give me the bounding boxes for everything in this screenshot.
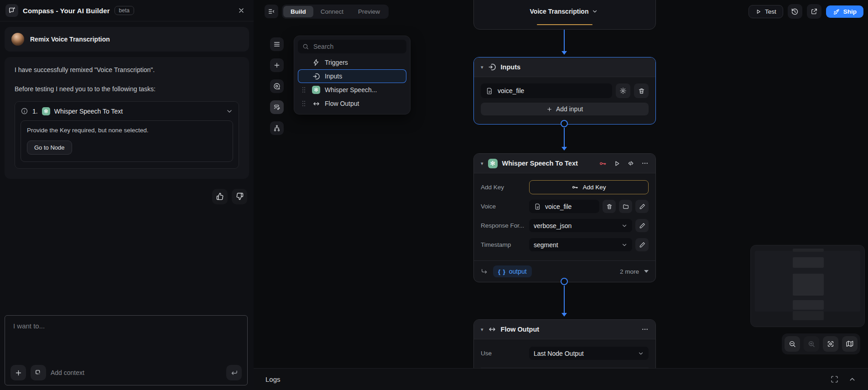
zoom-out-button[interactable] bbox=[785, 336, 800, 352]
test-button[interactable]: Test bbox=[748, 5, 783, 18]
send-button[interactable] bbox=[226, 365, 242, 380]
flow-output-header-actions bbox=[641, 326, 649, 333]
add-attachment-button[interactable] bbox=[10, 365, 26, 380]
whisper-node[interactable]: ▾ ✻ Whisper Speech To Text bbox=[473, 153, 656, 282]
folder-icon bbox=[623, 203, 629, 210]
inputs-node[interactable]: ▾ Inputs voice_file bbox=[473, 57, 656, 125]
more-options-icon[interactable] bbox=[641, 326, 649, 333]
whisper-node-header[interactable]: ▾ ✻ Whisper Speech To Text bbox=[474, 154, 655, 173]
pencil-icon bbox=[639, 242, 645, 248]
file-icon bbox=[535, 203, 541, 210]
fit-view-button[interactable] bbox=[823, 336, 838, 352]
expand-outputs-caret-icon[interactable] bbox=[644, 270, 649, 273]
tab-connect[interactable]: Connect bbox=[313, 6, 351, 17]
comments-button[interactable] bbox=[270, 79, 284, 93]
run-node-icon[interactable] bbox=[613, 160, 620, 167]
openai-icon: ✻ bbox=[42, 107, 50, 115]
logs-actions bbox=[831, 375, 856, 383]
task-header[interactable]: 1. ✻ Whisper Speech To Text bbox=[21, 107, 233, 115]
logs-bar[interactable]: Logs bbox=[254, 368, 868, 390]
tab-preview[interactable]: Preview bbox=[351, 6, 387, 17]
lightning-icon bbox=[311, 59, 321, 66]
flow-canvas[interactable]: ▾ Inputs voice_file bbox=[254, 0, 868, 369]
tree-view-button[interactable] bbox=[270, 121, 284, 135]
key-icon bbox=[572, 184, 578, 191]
code-view-icon[interactable] bbox=[627, 160, 634, 167]
inputs-node-header[interactable]: ▾ Inputs bbox=[474, 57, 655, 77]
voice-value-pill[interactable]: voice_file bbox=[529, 200, 599, 213]
menu-button[interactable] bbox=[270, 37, 284, 51]
node-list-button[interactable] bbox=[270, 100, 284, 114]
input-settings-button[interactable] bbox=[616, 83, 630, 98]
minimap[interactable] bbox=[750, 245, 865, 327]
timestamp-edit-button[interactable] bbox=[635, 238, 649, 251]
collapse-caret-icon[interactable]: ▾ bbox=[481, 65, 483, 70]
chevron-down-icon[interactable] bbox=[226, 108, 233, 115]
drag-handle-icon[interactable] bbox=[300, 86, 307, 94]
chevron-down-icon bbox=[592, 8, 598, 15]
whisper-node-output-port[interactable] bbox=[561, 278, 568, 285]
palette-item-triggers[interactable]: Triggers bbox=[298, 56, 406, 69]
collapse-panel-button[interactable] bbox=[265, 5, 278, 18]
hamburger-icon bbox=[273, 41, 281, 48]
tab-build[interactable]: Build bbox=[283, 6, 313, 17]
palette-item-flow-output[interactable]: Flow Output bbox=[298, 97, 406, 110]
flow-output-node[interactable]: ▾ Flow Output Use Last Node Output bbox=[473, 319, 656, 369]
close-panel-button[interactable] bbox=[234, 4, 248, 17]
more-options-icon[interactable] bbox=[641, 160, 649, 167]
thread-title: Remix Voice Transcription bbox=[30, 36, 110, 43]
missing-key-icon[interactable] bbox=[599, 160, 607, 167]
zoom-in-button[interactable] bbox=[804, 336, 819, 352]
go-to-node-button[interactable]: Go to Node bbox=[27, 140, 72, 155]
flow-output-node-header[interactable]: ▾ Flow Output bbox=[474, 320, 655, 339]
timestamp-row: Timestamp segment bbox=[481, 238, 649, 252]
timestamp-value: segment bbox=[534, 241, 621, 249]
response-format-dropdown[interactable]: verbose_json bbox=[529, 219, 632, 232]
use-dropdown[interactable]: Last Node Output bbox=[529, 347, 649, 360]
inputs-node-output-port[interactable] bbox=[561, 120, 568, 127]
add-input-button[interactable]: Add input bbox=[481, 103, 649, 115]
add-key-button[interactable]: Add Key bbox=[529, 180, 649, 194]
thumbs-down-button[interactable] bbox=[232, 189, 247, 204]
collapse-caret-icon[interactable]: ▾ bbox=[481, 161, 483, 166]
input-delete-button[interactable] bbox=[634, 83, 649, 98]
voice-edit-button[interactable] bbox=[635, 200, 649, 213]
palette-item-label: Inputs bbox=[325, 73, 342, 80]
thumbs-up-button[interactable] bbox=[212, 189, 228, 204]
drag-handle-icon[interactable] bbox=[300, 100, 307, 107]
toggle-minimap-button[interactable] bbox=[842, 336, 858, 352]
chat-composer: Add context bbox=[5, 315, 248, 385]
add-context-label[interactable]: Add context bbox=[51, 369, 84, 376]
timestamp-dropdown[interactable]: segment bbox=[529, 238, 632, 251]
expand-logs-button[interactable] bbox=[831, 375, 838, 383]
plus-icon bbox=[15, 369, 22, 377]
palette-item-inputs[interactable]: Inputs bbox=[298, 69, 406, 83]
palette-search-input[interactable] bbox=[312, 42, 402, 51]
chat-thread-header[interactable]: Remix Voice Transcription bbox=[5, 27, 249, 52]
version-history-button[interactable] bbox=[788, 4, 802, 19]
palette-item-whisper[interactable]: ✻ Whisper Speech... bbox=[298, 83, 406, 97]
pencil-icon bbox=[639, 203, 645, 210]
palette-search[interactable] bbox=[298, 40, 406, 53]
chat-input[interactable] bbox=[12, 321, 240, 357]
flow-title-dropdown[interactable]: Voice Transcription bbox=[530, 8, 598, 15]
add-node-button[interactable] bbox=[270, 58, 284, 72]
voice-file-field[interactable]: voice_file bbox=[481, 83, 612, 98]
use-label: Use bbox=[481, 350, 529, 357]
more-outputs-label[interactable]: 2 more bbox=[620, 268, 639, 275]
ship-button[interactable]: Ship bbox=[826, 5, 863, 18]
file-icon bbox=[486, 88, 493, 94]
response-format-edit-button[interactable] bbox=[635, 219, 649, 232]
collapse-caret-icon[interactable]: ▾ bbox=[481, 327, 483, 332]
voice-delete-button[interactable] bbox=[603, 200, 616, 213]
share-button[interactable] bbox=[807, 4, 821, 19]
chevron-down-icon bbox=[638, 350, 644, 357]
select-element-button[interactable] bbox=[31, 365, 46, 380]
offscreen-node-accent bbox=[537, 24, 593, 25]
rocket-icon bbox=[833, 8, 840, 15]
voice-browse-button[interactable] bbox=[619, 200, 632, 213]
chat-sparkle-icon bbox=[8, 7, 16, 14]
output-variable-chip[interactable]: { } output bbox=[493, 265, 532, 277]
minimap-node bbox=[793, 257, 824, 268]
open-logs-button[interactable] bbox=[848, 375, 856, 383]
